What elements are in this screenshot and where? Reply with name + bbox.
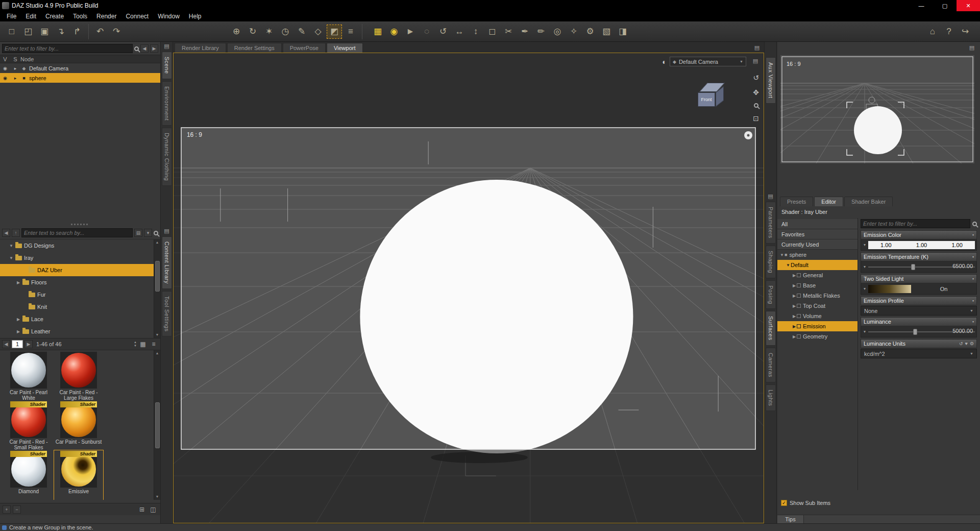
menu-item[interactable]: File [2,12,21,21]
color-g-value[interactable]: 1.00 [916,242,927,248]
visibility-eye-icon[interactable]: ◉ [0,76,10,81]
checkbox-checked-icon[interactable]: ✓ [781,500,787,506]
surfaces-tab[interactable]: Presets [780,197,813,206]
dock-tab[interactable]: Parameters [766,202,776,244]
content-folder-row[interactable]: Knit [0,301,160,313]
expand-arrow-icon[interactable]: ▶ [792,304,797,308]
column-node[interactable]: Node [20,56,34,62]
content-folder-row[interactable]: ▶ Floors [0,276,160,288]
maximize-button[interactable]: ▢ [933,0,957,11]
nav-back-icon[interactable]: ◀ [2,229,10,237]
menu-item[interactable]: Help [184,12,206,21]
emission-temperature-slider[interactable]: 6500.00 [868,261,975,272]
section-menu-icon[interactable]: ▪ [972,232,974,237]
dolly-tool-icon[interactable]: ↕ [468,25,483,39]
column-visibility[interactable]: V [0,56,10,62]
scissors-tool-icon[interactable]: ✂ [501,25,516,39]
expand-arrow-icon[interactable]: ▶ [15,317,21,322]
sort-up-icon[interactable]: ▲ [134,341,137,344]
search-icon[interactable] [134,46,139,51]
page-next-icon[interactable]: ▶ [24,340,33,348]
minimize-button[interactable]: — [910,0,933,11]
orbit-tool-icon[interactable]: ↺ [435,25,451,39]
section-emission-profile[interactable]: Emission Profile ▪ [861,296,977,305]
dock-tab[interactable]: Shaping [766,246,776,278]
emission-temperature-value[interactable]: 6500.00 [952,263,973,269]
scroll-thumb[interactable] [155,261,160,292]
content-search-input[interactable] [21,228,133,237]
chevron-down-icon[interactable]: ▾ [861,329,868,334]
expand-arrow-icon[interactable]: ▶ [792,273,797,278]
content-folder-row[interactable]: ▶ Lace [0,313,160,325]
expand-arrow-icon[interactable]: ▼ [8,256,14,260]
transform-tool-icon[interactable]: ◇ [310,25,326,39]
pane-options-icon[interactable]: ▤ [163,228,171,234]
open-file-icon[interactable]: ◰ [20,25,36,39]
section-menu-icon[interactable]: ▪ [972,298,974,303]
section-emission-color[interactable]: Emission Color ▪ [861,230,977,239]
new-node-icon[interactable]: ⊕ [229,25,244,39]
chevron-down-icon[interactable]: ▾ [861,286,868,291]
scene-list-icon[interactable]: ≡ [343,25,358,39]
redo-icon[interactable]: ↷ [109,25,124,39]
pane-options-icon[interactable]: ▤ [767,193,775,200]
section-luminance[interactable]: Luminance ▪ [861,317,977,326]
menu-item[interactable]: Connect [121,12,153,21]
library-view-icon[interactable]: ▤ [134,229,142,237]
scale-tool-icon[interactable]: ✶ [261,25,277,39]
emission-color-field[interactable]: 1.00 1.00 1.00 [868,241,975,249]
home-icon[interactable]: ⌂ [925,25,940,39]
scroll-down-icon[interactable]: ▼ [154,494,161,500]
selection-cursor-icon[interactable]: ▸ [10,76,20,81]
chevron-down-icon[interactable]: ▾ [861,243,868,247]
surface-tree-row[interactable]: ▼ ■ sphere [777,250,857,260]
show-sub-items[interactable]: ✓ Show Sub Items [781,500,830,506]
filter-prev-icon[interactable]: ◀ [140,44,149,53]
expand-arrow-icon[interactable]: ▼ [8,244,14,248]
sphere-object[interactable] [854,106,902,154]
grid-view-icon[interactable]: ▦ [138,340,148,348]
dock-tab[interactable]: Tool Settings [162,291,172,336]
tree-scrollbar[interactable]: ▲ ▼ [154,239,160,338]
surfaces-tab[interactable]: Editor [814,197,843,206]
content-thumbnail[interactable]: Car Paint - Red - Large Flakes [54,351,103,401]
surface-tree-row[interactable]: ▼ ■ Default [777,260,857,270]
expand-arrow-icon[interactable]: ▼ [779,253,785,257]
section-menu-icon[interactable]: ▪ [972,276,974,281]
content-thumbnail[interactable]: Shader Diamond [4,450,53,500]
surfaces-filter-item[interactable]: Favorites [777,229,857,239]
center-tab[interactable]: Viewport [327,43,363,53]
selection-cursor-icon[interactable]: ▸ [10,66,20,71]
filter-next-icon[interactable]: ▶ [150,44,158,53]
content-folder-row[interactable]: ▶ Leather [0,325,160,337]
draw-style-icon[interactable]: ◐ [663,58,667,66]
dock-tab[interactable]: Surfaces [766,311,776,345]
section-menu-icon[interactable]: ▪ [972,254,974,259]
scroll-down-icon[interactable]: ▼ [154,332,161,338]
pane-options-icon[interactable]: ▤ [751,58,760,64]
content-folder-row[interactable]: ▼ Iray [0,252,160,264]
expand-arrow-icon[interactable]: ▼ [786,263,791,268]
import-icon[interactable]: ↴ [53,25,68,39]
undo-icon[interactable]: ↶ [92,25,108,39]
dock-tab[interactable]: Cameras [766,348,776,382]
heart-icon[interactable]: ♥ [965,341,968,346]
surfaces-filter-item[interactable]: Currently Used [777,239,857,250]
surface-tree-row[interactable]: ▶ ■ Top Coat [777,301,857,311]
page-number[interactable]: 1 [12,340,23,348]
color-r-value[interactable]: 1.00 [880,242,891,248]
color-b-value[interactable]: 1.00 [951,242,962,248]
new-file-icon[interactable]: □ [4,25,19,39]
section-luminance-units[interactable]: Luminance Units ↺ ♥ ⚙ [861,339,977,348]
capture-tool-icon[interactable]: ◨ [615,25,630,39]
gear-tool-icon[interactable]: ⚙ [582,25,598,39]
dock-tab[interactable]: Dynamic Clothing [162,128,172,186]
dock-tab[interactable]: Lights [766,384,776,411]
aux-viewport[interactable]: 16 : 9 [780,55,974,163]
expand-arrow-icon[interactable]: ▶ [15,280,21,285]
column-selection[interactable]: S [10,56,20,62]
frame-tool-icon[interactable]: ◻ [484,25,500,39]
content-thumbnail[interactable]: Shader Car Paint - Red - Small Flakes [4,401,53,450]
luminance-units-dropdown[interactable]: kcd/m^2 ▼ [861,349,977,358]
pan-view-icon[interactable]: ✥ [753,88,759,96]
